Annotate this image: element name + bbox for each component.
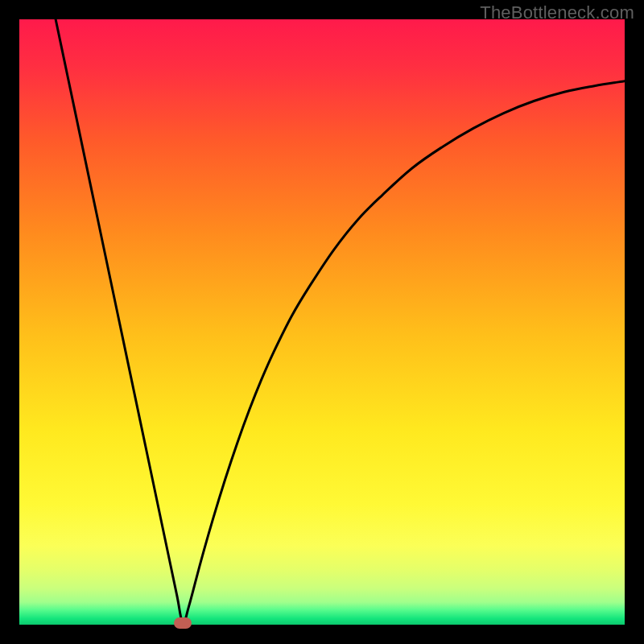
chart-frame xyxy=(19,19,625,625)
chart-background xyxy=(19,19,625,625)
optimal-point-marker xyxy=(174,617,192,629)
chart-plot xyxy=(19,19,625,625)
watermark-text: TheBottleneck.com xyxy=(480,2,634,23)
